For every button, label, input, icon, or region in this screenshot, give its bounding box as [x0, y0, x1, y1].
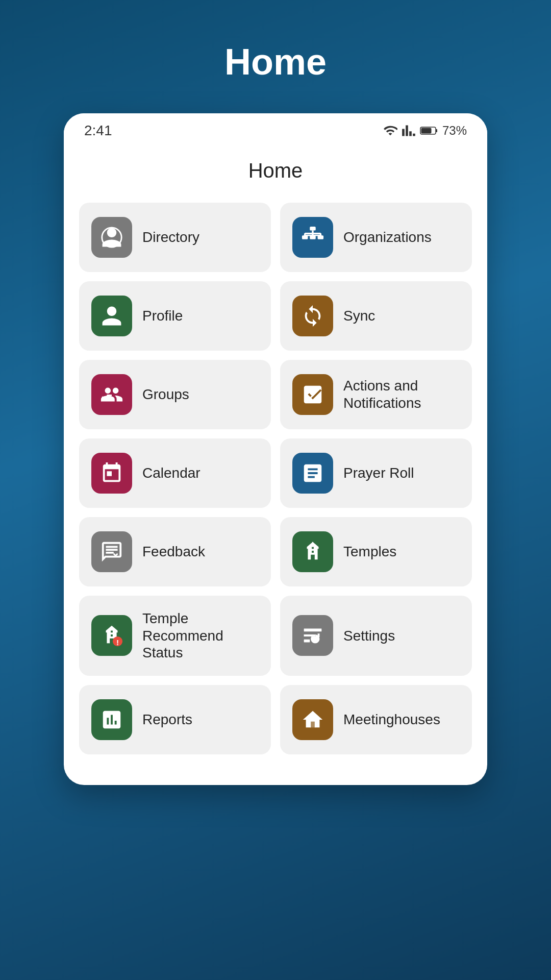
- actions-notifications-label: Actions and Notifications: [343, 377, 460, 411]
- signal-icon: [402, 124, 416, 138]
- grid-item-profile[interactable]: Profile: [79, 281, 271, 351]
- meetinghouses-icon: [292, 699, 333, 740]
- grid-item-prayer-roll[interactable]: Prayer Roll: [280, 438, 472, 508]
- grid-item-sync[interactable]: Sync: [280, 281, 472, 351]
- home-grid: Directory Organizations Profile Sync: [64, 192, 487, 765]
- reports-label: Reports: [142, 711, 192, 728]
- settings-icon: [292, 615, 333, 656]
- app-header-title: Home: [64, 144, 487, 192]
- directory-icon: [91, 217, 132, 258]
- temples-icon: [292, 531, 333, 572]
- groups-label: Groups: [142, 386, 189, 403]
- temple-recommend-status-label: Temple Recommend Status: [142, 610, 259, 662]
- profile-label: Profile: [142, 307, 183, 325]
- sync-label: Sync: [343, 307, 375, 325]
- sync-icon: [292, 296, 333, 336]
- temple-recommend-status-icon: !: [91, 615, 132, 656]
- status-icons: 73%: [383, 124, 467, 138]
- calendar-icon: [91, 453, 132, 494]
- svg-rect-13: [107, 395, 112, 396]
- directory-label: Directory: [142, 229, 199, 246]
- feedback-label: Feedback: [142, 543, 205, 560]
- prayer-roll-icon: [292, 453, 333, 494]
- svg-rect-12: [102, 397, 107, 398]
- organizations-icon: [292, 217, 333, 258]
- svg-rect-2: [421, 128, 431, 134]
- grid-item-meetinghouses[interactable]: Meetinghouses: [280, 685, 472, 754]
- grid-item-reports[interactable]: Reports: [79, 685, 271, 754]
- settings-label: Settings: [343, 627, 395, 645]
- grid-item-calendar[interactable]: Calendar: [79, 438, 271, 508]
- battery-icon: [420, 124, 438, 138]
- status-bar: 2:41 73%: [64, 113, 487, 144]
- grid-item-organizations[interactable]: Organizations: [280, 203, 472, 272]
- grid-item-settings[interactable]: Settings: [280, 596, 472, 676]
- grid-item-actions-notifications[interactable]: Actions and Notifications: [280, 360, 472, 429]
- battery-percent: 73%: [442, 124, 467, 138]
- calendar-label: Calendar: [142, 464, 201, 482]
- svg-rect-4: [310, 227, 316, 231]
- grid-item-feedback[interactable]: Feedback: [79, 517, 271, 586]
- svg-rect-19: [310, 722, 316, 728]
- page-outer-title: Home: [224, 41, 327, 83]
- organizations-label: Organizations: [343, 229, 432, 246]
- wifi-icon: [383, 124, 397, 138]
- grid-item-directory[interactable]: Directory: [79, 203, 271, 272]
- groups-icon: [91, 374, 132, 415]
- temples-label: Temples: [343, 543, 396, 560]
- svg-text:!: !: [116, 639, 119, 647]
- status-time: 2:41: [84, 122, 112, 139]
- svg-rect-1: [436, 129, 437, 132]
- grid-item-temple-recommend-status[interactable]: ! Temple Recommend Status: [79, 596, 271, 676]
- meetinghouses-label: Meetinghouses: [343, 711, 440, 728]
- prayer-roll-label: Prayer Roll: [343, 464, 414, 482]
- reports-icon: [91, 699, 132, 740]
- feedback-icon: [91, 531, 132, 572]
- grid-item-temples[interactable]: Temples: [280, 517, 472, 586]
- grid-item-groups[interactable]: Groups: [79, 360, 271, 429]
- phone-frame: 2:41 73% Home Direct: [64, 113, 487, 785]
- profile-icon: [91, 296, 132, 336]
- actions-notifications-icon: [292, 374, 333, 415]
